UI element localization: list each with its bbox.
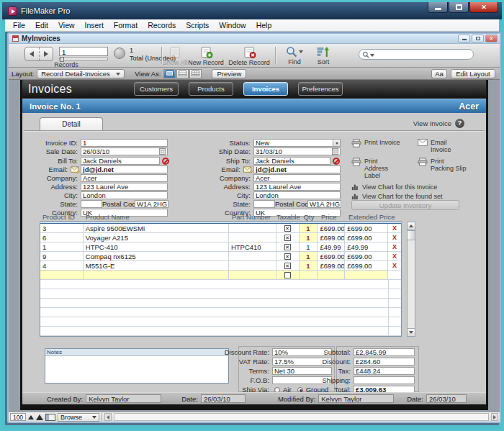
- qty-cell[interactable]: 1: [300, 233, 318, 242]
- taxable-cell[interactable]: [276, 261, 300, 270]
- next-record-button[interactable]: [40, 47, 53, 60]
- part-number-cell[interactable]: [229, 252, 276, 260]
- tab-customers[interactable]: Customers: [134, 82, 179, 96]
- part-number-cell[interactable]: [229, 261, 276, 270]
- horizontal-scrollbar[interactable]: [114, 413, 489, 421]
- scroll-left-button[interactable]: [104, 413, 112, 421]
- email-field[interactable]: jd@jd.net: [81, 165, 168, 173]
- zoom-level-field[interactable]: 100: [10, 413, 26, 421]
- record-slider[interactable]: [59, 58, 108, 60]
- scroll-right-button[interactable]: [491, 413, 498, 421]
- email-invoice-button[interactable]: Email Invoice: [418, 139, 475, 154]
- calendar-icon[interactable]: [159, 148, 166, 155]
- sort-button[interactable]: Sort: [311, 46, 336, 65]
- view-invoice-button[interactable]: [455, 119, 464, 128]
- formatting-bar-toggle[interactable]: Aa: [431, 69, 447, 78]
- view-chart-found-set-button[interactable]: View Chart for the found set: [351, 193, 480, 200]
- price-cell[interactable]: £699.00: [318, 224, 345, 232]
- product-name-cell[interactable]: M551G-E: [84, 261, 229, 270]
- chevron-down-icon[interactable]: [333, 140, 340, 146]
- sale-date-field[interactable]: 26/03/10: [81, 148, 168, 155]
- product-name-cell[interactable]: HTPC-410: [84, 242, 229, 251]
- menu-format[interactable]: Format: [109, 19, 143, 31]
- product-row[interactable]: 1HTPC-410HTPC4101£49.99£49.99X: [40, 242, 401, 252]
- menu-window[interactable]: Window: [214, 19, 251, 31]
- new-product-row[interactable]: [40, 271, 401, 280]
- taxable-checkbox[interactable]: [284, 272, 291, 278]
- window-maximize-button[interactable]: [449, 2, 469, 13]
- delete-record-button[interactable]: Delete Record: [227, 46, 271, 66]
- preview-button[interactable]: Preview: [212, 69, 246, 78]
- company-field[interactable]: Acer: [81, 174, 168, 182]
- taxable-cell[interactable]: [276, 233, 300, 242]
- edit-layout-button[interactable]: Edit Layout: [451, 69, 495, 78]
- product-id-cell[interactable]: 1: [40, 242, 84, 251]
- shipping-field[interactable]: [354, 376, 415, 384]
- product-name-cell[interactable]: Voyager A215: [84, 233, 229, 242]
- scroll-down-button[interactable]: [408, 328, 415, 336]
- qty-cell[interactable]: 1: [300, 252, 318, 260]
- quick-find-input[interactable]: [359, 49, 474, 60]
- delete-row-button[interactable]: X: [388, 242, 401, 251]
- menu-help[interactable]: Help: [251, 19, 277, 31]
- email-field[interactable]: jd@jd.net: [253, 165, 341, 173]
- menu-insert[interactable]: Insert: [80, 19, 109, 31]
- print-invoice-button[interactable]: Print Invoice: [351, 139, 409, 154]
- view-as-form-button[interactable]: [163, 69, 176, 78]
- layout-dropdown[interactable]: Record Detail-Invoices: [37, 69, 125, 78]
- company-field[interactable]: Acer: [253, 174, 341, 182]
- address-field[interactable]: 123 Laurel Ave: [81, 183, 168, 191]
- mode-select[interactable]: Browse: [58, 413, 99, 422]
- delete-row-button[interactable]: X: [388, 261, 401, 270]
- view-as-table-button[interactable]: [189, 69, 202, 78]
- address-field[interactable]: 123 Laurel Ave: [253, 183, 341, 191]
- find-button[interactable]: Find: [280, 46, 309, 65]
- zoom-out-icon[interactable]: [28, 415, 34, 419]
- bill-to-field[interactable]: Jack Daniels: [81, 157, 160, 165]
- city-field[interactable]: London: [81, 191, 168, 199]
- current-record-input[interactable]: 1: [59, 47, 108, 56]
- product-name-cell[interactable]: Compaq nx6125: [84, 252, 229, 260]
- tab-products[interactable]: Products: [189, 82, 233, 96]
- status-dropdown[interactable]: New: [253, 139, 341, 147]
- window-minimize-button[interactable]: [428, 2, 448, 13]
- taxable-checkbox[interactable]: [284, 235, 291, 241]
- tab-preferences[interactable]: Preferences: [298, 82, 343, 96]
- product-id-cell[interactable]: 9: [40, 252, 84, 260]
- view-chart-invoice-button[interactable]: View Chart for this Invoice: [351, 183, 480, 191]
- calendar-icon[interactable]: [332, 148, 338, 155]
- part-number-cell[interactable]: HTPC410: [229, 242, 276, 251]
- menu-view[interactable]: View: [53, 19, 80, 31]
- taxable-cell[interactable]: [276, 242, 300, 251]
- taxable-checkbox[interactable]: [284, 225, 291, 232]
- search-options-icon[interactable]: [370, 54, 374, 57]
- state-field[interactable]: [253, 200, 275, 208]
- price-cell[interactable]: £49.99: [318, 242, 345, 251]
- document-close-button[interactable]: ✕: [485, 35, 498, 42]
- city-field[interactable]: London: [253, 191, 341, 199]
- previous-record-button[interactable]: [25, 47, 40, 60]
- menu-records[interactable]: Records: [143, 19, 181, 31]
- tab-invoices[interactable]: Invoices: [243, 82, 288, 96]
- document-maximize-button[interactable]: [472, 35, 484, 42]
- print-address-label-button[interactable]: Print Address Label: [351, 158, 409, 180]
- product-id-cell[interactable]: [40, 271, 84, 279]
- taxable-cell[interactable]: [276, 271, 300, 279]
- taxable-cell[interactable]: [276, 224, 300, 232]
- product-row[interactable]: 3Aspire 9500EWSMi1£699.00£699.00X: [40, 224, 401, 233]
- email-edit-icon[interactable]: [243, 166, 253, 173]
- email-edit-icon[interactable]: [71, 166, 80, 173]
- price-cell[interactable]: [318, 271, 345, 279]
- delete-row-button[interactable]: X: [388, 224, 401, 232]
- print-packing-slip-button[interactable]: Print Packing Slip: [418, 158, 475, 180]
- product-name-cell[interactable]: Aspire 9500EWSMi: [84, 224, 229, 232]
- postal-code-field[interactable]: W1A 2HG: [307, 200, 341, 208]
- product-row[interactable]: 6Voyager A2151£699.00£699.00X: [40, 233, 401, 242]
- document-titlebar[interactable]: MyInvoices ✕: [9, 34, 500, 44]
- ship-to-field[interactable]: Jack Daniels: [253, 157, 330, 165]
- scrollbar-thumb[interactable]: [408, 230, 415, 240]
- product-row[interactable]: 9Compaq nx61251£699.00£699.00X: [40, 252, 401, 261]
- price-cell[interactable]: £699.00: [318, 261, 345, 270]
- qty-cell[interactable]: 1: [300, 242, 318, 251]
- zoom-in-icon[interactable]: [36, 414, 43, 420]
